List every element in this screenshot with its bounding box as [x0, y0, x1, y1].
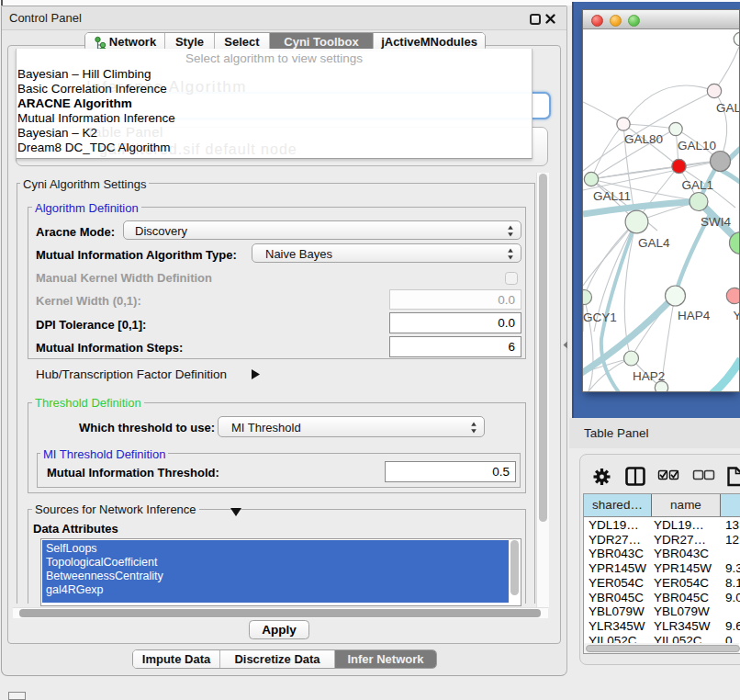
svg-text:YD: YD — [734, 309, 740, 322]
svg-text:GAL10: GAL10 — [678, 139, 716, 152]
svg-text:GAL1: GAL1 — [682, 178, 714, 192]
svg-text:GAL11: GAL11 — [593, 189, 631, 203]
svg-text:GAL80: GAL80 — [624, 132, 663, 146]
svg-text:GCY1: GCY1 — [583, 310, 617, 324]
svg-text:HAP4: HAP4 — [678, 309, 711, 322]
svg-text:SWI4: SWI4 — [701, 215, 731, 229]
svg-text:GAL7: GAL7 — [716, 101, 739, 115]
svg-text:HAP2: HAP2 — [633, 369, 665, 383]
svg-text:GAL4: GAL4 — [638, 236, 670, 250]
